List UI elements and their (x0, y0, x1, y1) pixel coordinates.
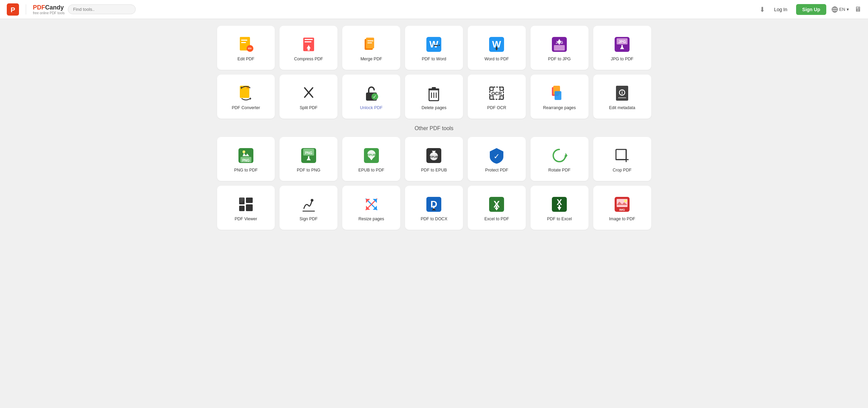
tool-edit-pdf[interactable]: ✏ Edit PDF (217, 26, 275, 70)
svg-text:i: i (621, 90, 623, 95)
svg-text:✓: ✓ (373, 94, 377, 99)
pdf-converter-icon (237, 84, 255, 102)
other-section-title: Other PDF tools (217, 125, 651, 131)
tool-rearrange-pages[interactable]: Rearrange pages (531, 75, 589, 119)
tool-protect-pdf[interactable]: ✓ Protect PDF (468, 137, 526, 181)
pdf-ocr-label: PDF OCR (487, 105, 506, 110)
tool-split-pdf[interactable]: Split PDF (279, 75, 337, 119)
sign-pdf-icon (300, 196, 317, 213)
edit-metadata-label: Edit metadata (609, 105, 635, 110)
pdf-viewer-icon (237, 196, 255, 213)
svg-rect-87 (616, 149, 626, 160)
tool-crop-pdf[interactable]: Crop PDF (593, 137, 651, 181)
unlock-pdf-icon: ✓ (363, 84, 380, 102)
svg-rect-19 (367, 40, 373, 41)
tool-pdf-to-png[interactable]: PNG PDF to PNG (279, 137, 337, 181)
logo-area: P PDFCandy free online PDF tools (7, 3, 64, 16)
tool-merge-pdf[interactable]: Merge PDF (342, 26, 400, 70)
svg-rect-84 (433, 151, 435, 154)
svg-rect-91 (239, 206, 245, 211)
signup-button[interactable]: Sign Up (796, 4, 826, 15)
tool-pdf-to-word[interactable]: W PDF to Word (405, 26, 463, 70)
resize-pages-icon (363, 196, 380, 213)
pdf-to-docx-label: PDF to DOCX (421, 217, 447, 221)
svg-point-69 (243, 150, 245, 153)
tools-row-2: PDF Converter Split PDF ✓ U (217, 75, 651, 119)
epub-to-pdf-icon: EPUB (363, 147, 380, 164)
pdf-to-epub-icon: EPUB (425, 147, 443, 164)
svg-rect-16 (308, 48, 310, 50)
tool-sign-pdf[interactable]: Sign PDF (279, 186, 337, 230)
tool-png-to-pdf[interactable]: PNG PNG to PDF (217, 137, 275, 181)
split-pdf-label: Split PDF (300, 105, 317, 110)
tool-unlock-pdf[interactable]: ✓ Unlock PDF (342, 75, 400, 119)
crop-pdf-icon (613, 147, 631, 164)
svg-rect-14 (305, 41, 311, 42)
language-selector[interactable]: EN ▾ (832, 6, 849, 13)
svg-rect-116 (559, 205, 560, 208)
edit-pdf-label: Edit PDF (237, 57, 254, 61)
tool-pdf-to-jpg[interactable]: JPG PDF to JPG (531, 26, 589, 70)
edit-pdf-icon: ✏ (237, 36, 255, 53)
pdf-to-word-icon: W (425, 36, 443, 53)
tool-epub-to-pdf[interactable]: EPUB EPUB to PDF (342, 137, 400, 181)
tool-pdf-viewer[interactable]: PDF Viewer (217, 186, 275, 230)
tool-pdf-converter[interactable]: PDF Converter (217, 75, 275, 119)
image-to-pdf-label: Image to PDF (609, 217, 635, 221)
tool-word-to-pdf[interactable]: W Word to PDF (468, 26, 526, 70)
svg-rect-79 (371, 157, 372, 160)
resize-pages-label: Resize pages (359, 217, 384, 221)
other-tools-row-1: PNG PNG to PDF PNG PDF to PNG (217, 137, 651, 181)
jpg-to-pdf-label: JPG to PDF (611, 57, 634, 61)
tool-pdf-to-docx[interactable]: D PDF to DOCX (405, 186, 463, 230)
rearrange-pages-icon (551, 84, 568, 102)
monitor-icon[interactable]: 🖥 (854, 5, 861, 13)
lang-chevron-icon: ▾ (847, 7, 849, 12)
tool-excel-to-pdf[interactable]: X Excel to PDF (468, 186, 526, 230)
header: P PDFCandy free online PDF tools ⬇ Log I… (0, 0, 868, 19)
pdf-to-png-label: PDF to PNG (297, 168, 320, 172)
pdf-to-jpg-icon: JPG (551, 36, 568, 53)
tool-rotate-pdf[interactable]: Rotate PDF (531, 137, 589, 181)
tool-edit-metadata[interactable]: i Edit metadata (593, 75, 651, 119)
header-right: ⬇ Log In Sign Up EN ▾ 🖥 (759, 4, 861, 15)
tool-delete-pages[interactable]: Delete pages (405, 75, 463, 119)
svg-rect-30 (554, 45, 565, 50)
logo-tagline-text: free online PDF tools (33, 11, 64, 15)
pdf-to-docx-icon: D (425, 196, 443, 213)
svg-rect-61 (555, 91, 561, 100)
svg-rect-38 (621, 45, 623, 48)
svg-text:IMG: IMG (619, 208, 625, 211)
tool-jpg-to-pdf[interactable]: JPG JPG to PDF (593, 26, 651, 70)
protect-pdf-label: Protect PDF (485, 168, 508, 172)
svg-text:✏: ✏ (248, 46, 252, 51)
protect-pdf-icon: ✓ (488, 147, 505, 164)
svg-text:EPUB: EPUB (430, 155, 439, 159)
svg-text:PNG: PNG (242, 159, 250, 162)
png-to-pdf-icon: PNG (237, 147, 255, 164)
pdf-to-epub-label: PDF to EPUB (421, 168, 447, 172)
tool-resize-pages[interactable]: Resize pages (342, 186, 400, 230)
svg-rect-108 (433, 206, 435, 208)
svg-rect-24 (434, 45, 438, 46)
tool-compress-pdf[interactable]: Compress PDF (279, 26, 337, 70)
login-button[interactable]: Log In (771, 5, 791, 14)
svg-rect-49 (432, 87, 436, 89)
svg-text:✓: ✓ (494, 152, 500, 161)
tool-image-to-pdf[interactable]: IMG Image to PDF (593, 186, 651, 230)
search-input[interactable] (73, 7, 131, 12)
crop-pdf-label: Crop PDF (613, 168, 632, 172)
tool-pdf-to-epub[interactable]: EPUB PDF to EPUB (405, 137, 463, 181)
tool-pdf-to-excel[interactable]: X PDF to Excel (531, 186, 589, 230)
svg-rect-93 (246, 204, 253, 211)
compress-pdf-icon (300, 36, 317, 53)
logo-icon: P (7, 3, 19, 16)
svg-rect-33 (559, 42, 560, 44)
tools-row-1: ✏ Edit PDF Compress PDF (217, 26, 651, 70)
download-icon[interactable]: ⬇ (759, 5, 765, 14)
svg-rect-65 (618, 97, 626, 98)
logo-divider (26, 4, 26, 15)
edit-metadata-icon: i (613, 84, 631, 102)
search-bar[interactable] (68, 4, 136, 14)
tool-pdf-ocr[interactable]: OCR PDF OCR (468, 75, 526, 119)
